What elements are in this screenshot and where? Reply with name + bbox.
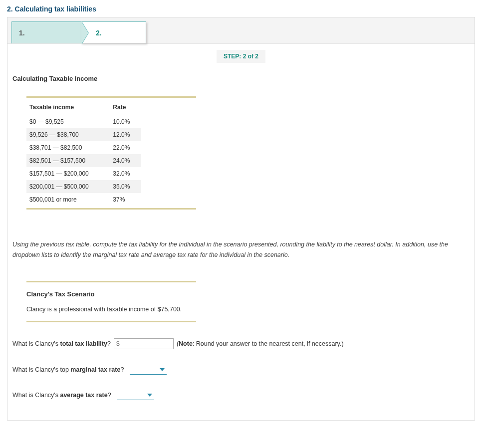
chevron-down-icon bbox=[160, 368, 165, 371]
step-indicator: STEP: 2 of 2 bbox=[217, 50, 265, 63]
q3-label: What is Clancy's average tax rate? bbox=[12, 392, 111, 399]
cell-rate: 32.0% bbox=[113, 167, 141, 180]
cell-income: $500,001 or more bbox=[26, 193, 113, 206]
cell-rate: 22.0% bbox=[113, 141, 141, 154]
scenario-text: Clancy is a professional with taxable in… bbox=[26, 306, 196, 313]
table-row: $9,526 — $38,70012.0% bbox=[26, 128, 141, 141]
tabs-bar: 1. 2. bbox=[7, 17, 475, 44]
content-frame: 1. 2. STEP: 2 of 2 Calculating Taxable I… bbox=[7, 17, 475, 421]
step-label: STEP: bbox=[224, 53, 241, 60]
chevron-down-icon bbox=[147, 394, 152, 397]
q1-note: (Note: Round your answer to the nearest … bbox=[177, 340, 344, 347]
table-row: $500,001 or more37% bbox=[26, 193, 141, 206]
cell-income: $157,501 — $200,000 bbox=[26, 167, 113, 180]
marginal-rate-dropdown[interactable] bbox=[130, 365, 167, 375]
cell-rate: 37% bbox=[113, 193, 141, 206]
text-bold: marginal tax rate bbox=[70, 366, 120, 373]
text-bold: average tax rate bbox=[60, 392, 107, 399]
q2-label: What is Clancy's top marginal tax rate? bbox=[12, 366, 124, 373]
cell-rate: 12.0% bbox=[113, 128, 141, 141]
scenario-heading: Clancy's Tax Scenario bbox=[26, 290, 196, 298]
table-row: $200,001 — $500,00035.0% bbox=[26, 180, 141, 193]
cell-rate: 24.0% bbox=[113, 154, 141, 167]
question-marginal-rate: What is Clancy's top marginal tax rate? bbox=[12, 365, 470, 375]
table-row: $157,501 — $200,00032.0% bbox=[26, 167, 141, 180]
tab-step-1[interactable]: 1. bbox=[11, 21, 81, 43]
table-row: $38,701 — $82,50022.0% bbox=[26, 141, 141, 154]
cell-income: $38,701 — $82,500 bbox=[26, 141, 113, 154]
text: : Round your answer to the nearest cent,… bbox=[193, 340, 344, 347]
text: ? bbox=[120, 366, 124, 373]
average-rate-dropdown[interactable] bbox=[117, 391, 154, 400]
cell-income: $200,001 — $500,000 bbox=[26, 180, 113, 193]
total-liability-input[interactable] bbox=[114, 338, 174, 349]
divider bbox=[26, 96, 196, 98]
section-heading: Calculating Taxable Income bbox=[12, 75, 470, 82]
tax-bracket-table: Taxable income Rate $0 — $9,52510.0% $9,… bbox=[26, 100, 141, 206]
question-average-rate: What is Clancy's average tax rate? bbox=[12, 391, 470, 400]
step-value: 2 of 2 bbox=[243, 53, 258, 60]
text: ? bbox=[107, 340, 111, 347]
divider bbox=[26, 321, 196, 322]
text: What is Clancy's bbox=[12, 392, 60, 399]
cell-income: $0 — $9,525 bbox=[26, 115, 113, 129]
cell-income: $82,501 — $157,500 bbox=[26, 154, 113, 167]
question-total-liability: What is Clancy's total tax liability? (N… bbox=[12, 338, 470, 349]
text: What is Clancy's top bbox=[12, 366, 70, 373]
instructions-text: Using the previous tax table, compute th… bbox=[12, 239, 470, 261]
tab-step-2[interactable]: 2. bbox=[81, 21, 146, 43]
page-title: 2. Calculating tax liabilities bbox=[0, 0, 482, 17]
text: ? bbox=[108, 392, 111, 399]
text-bold: Note bbox=[179, 340, 193, 347]
divider bbox=[26, 281, 196, 282]
q1-label: What is Clancy's total tax liability? bbox=[12, 340, 111, 347]
th-rate: Rate bbox=[113, 100, 141, 115]
table-row: $82,501 — $157,50024.0% bbox=[26, 154, 141, 167]
scenario-box: Clancy's Tax Scenario Clancy is a profes… bbox=[26, 281, 196, 322]
text-bold: total tax liability bbox=[60, 340, 107, 347]
text: What is Clancy's bbox=[12, 340, 60, 347]
th-income: Taxable income bbox=[26, 100, 113, 115]
table-row: $0 — $9,52510.0% bbox=[26, 115, 141, 129]
cell-rate: 10.0% bbox=[113, 115, 141, 129]
body-area: STEP: 2 of 2 Calculating Taxable Income … bbox=[7, 50, 475, 420]
divider bbox=[26, 208, 196, 210]
cell-income: $9,526 — $38,700 bbox=[26, 128, 113, 141]
cell-rate: 35.0% bbox=[113, 180, 141, 193]
